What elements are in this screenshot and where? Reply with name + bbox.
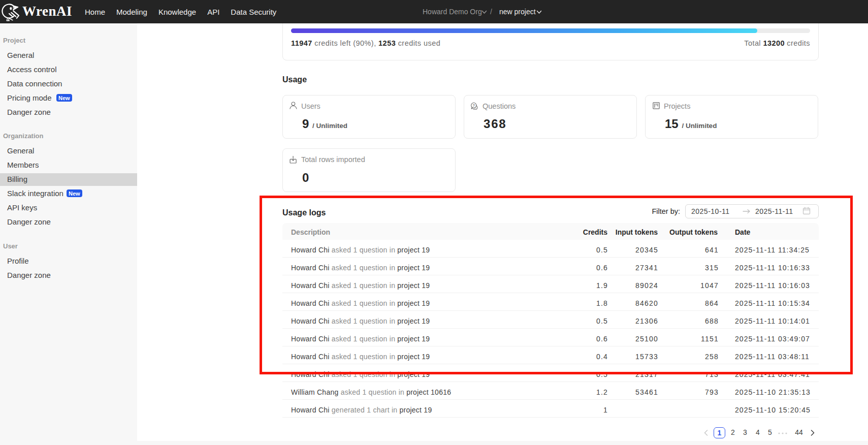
svg-text:?: ?: [473, 103, 475, 108]
